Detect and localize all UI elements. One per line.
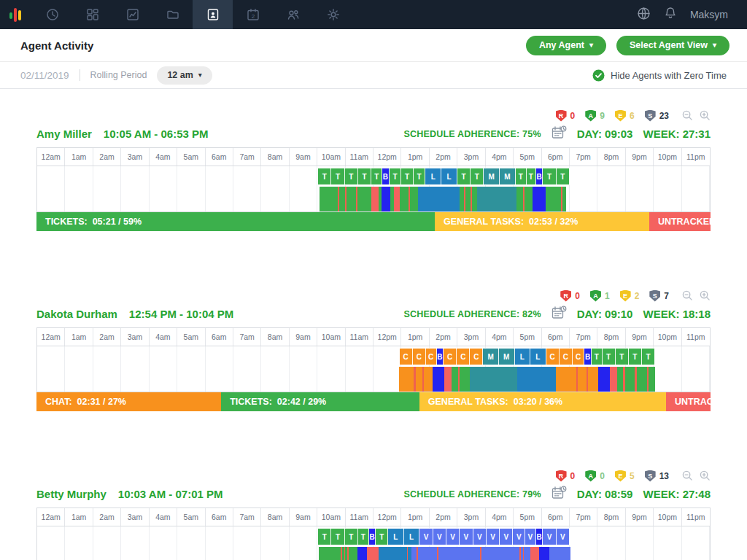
activity-segment[interactable] [539, 547, 549, 560]
notifications-bell-icon[interactable] [664, 7, 677, 23]
schedule-block[interactable]: L [388, 529, 404, 545]
activity-segment[interactable] [399, 367, 414, 392]
hide-zero-toggle[interactable]: Hide Agents with Zero Time [592, 69, 727, 82]
zoom-out-icon[interactable] [682, 290, 693, 301]
activity-segment[interactable] [357, 547, 367, 560]
schedule-block[interactable]: M [499, 349, 515, 365]
activity-segment[interactable] [339, 187, 345, 211]
schedule-block[interactable]: L [404, 529, 420, 545]
zoom-out-icon[interactable] [682, 110, 693, 121]
schedule-block[interactable]: C [426, 349, 437, 365]
activity-segment[interactable] [465, 187, 471, 211]
schedule-block[interactable]: C [444, 349, 457, 365]
schedule-block[interactable]: T [616, 349, 629, 365]
activity-segment[interactable] [438, 547, 481, 560]
activity-segment[interactable] [424, 367, 433, 392]
schedule-block[interactable]: B [584, 349, 592, 365]
schedule-block[interactable]: T [516, 168, 527, 184]
language-globe-icon[interactable] [637, 7, 651, 23]
activity-segment[interactable] [649, 367, 655, 392]
activity-segment[interactable] [379, 547, 406, 560]
schedule-block[interactable]: T [376, 529, 388, 545]
activity-segment[interactable] [524, 547, 530, 560]
any-agent-button[interactable]: Any Agent ▾ [526, 36, 606, 55]
schedule-block[interactable]: L [441, 168, 457, 184]
schedule-block[interactable]: T [345, 168, 358, 184]
activity-segment[interactable] [433, 367, 444, 392]
schedule-block[interactable]: C [457, 349, 470, 365]
calendar-clock-icon[interactable] [551, 486, 567, 503]
activity-segment[interactable] [367, 547, 379, 560]
schedule-block[interactable]: T [642, 349, 654, 365]
schedule-block[interactable]: T [358, 529, 369, 545]
activity-segment[interactable] [444, 367, 452, 392]
zoom-in-icon[interactable] [700, 110, 711, 121]
schedule-block[interactable]: L [530, 349, 546, 365]
activity-segment[interactable] [418, 187, 459, 211]
schedule-block[interactable]: T [390, 168, 402, 184]
nav-scorecard-icon[interactable] [112, 0, 152, 29]
schedule-block[interactable]: T [345, 529, 358, 545]
activity-segment[interactable] [530, 547, 539, 560]
schedule-block[interactable]: V [473, 529, 487, 545]
nav-settings-gear-icon[interactable] [313, 0, 353, 29]
schedule-block[interactable]: V [513, 529, 525, 545]
activity-segment[interactable] [472, 187, 478, 211]
activity-segment[interactable] [470, 367, 518, 392]
schedule-block[interactable]: B [536, 529, 543, 545]
activity-segment[interactable] [525, 187, 533, 211]
schedule-block[interactable]: T [629, 349, 642, 365]
nav-time-clock-icon[interactable] [32, 0, 72, 29]
activity-segment[interactable] [578, 367, 587, 392]
schedule-block[interactable]: M [484, 168, 500, 184]
activity-segment[interactable] [357, 187, 371, 211]
schedule-block[interactable]: V [460, 529, 473, 545]
zoom-out-icon[interactable] [682, 470, 693, 481]
activity-segment[interactable] [400, 187, 409, 211]
select-agent-view-button[interactable]: Select Agent View ▾ [616, 36, 729, 55]
schedule-block[interactable]: T [557, 168, 569, 184]
agent-name[interactable]: Amy Miller [36, 128, 92, 140]
schedule-block[interactable]: T [414, 168, 426, 184]
schedule-block[interactable]: L [425, 168, 441, 184]
schedule-block[interactable]: V [543, 529, 556, 545]
activity-segment[interactable] [382, 187, 390, 211]
activity-segment[interactable] [625, 367, 635, 392]
schedule-block[interactable]: B [382, 168, 390, 184]
activity-segment[interactable] [416, 367, 422, 392]
nav-files-icon[interactable] [152, 0, 193, 29]
activity-segment[interactable] [349, 547, 357, 560]
app-logo-icon[interactable] [0, 0, 32, 29]
schedule-block[interactable]: T [371, 168, 382, 184]
schedule-block[interactable]: T [471, 168, 484, 184]
schedule-block[interactable]: M [500, 168, 516, 184]
activity-segment[interactable] [452, 367, 458, 392]
schedule-block[interactable]: L [515, 349, 531, 365]
activity-segment[interactable] [460, 367, 470, 392]
activity-segment[interactable] [347, 187, 356, 211]
schedule-block[interactable]: C [400, 349, 413, 365]
activity-segment[interactable] [556, 367, 576, 392]
activity-segment[interactable] [617, 367, 623, 392]
schedule-block[interactable]: V [419, 529, 433, 545]
schedule-block[interactable]: T [358, 168, 371, 184]
calendar-clock-icon[interactable] [551, 306, 567, 323]
schedule-block[interactable]: T [543, 168, 556, 184]
activity-segment[interactable] [610, 367, 617, 392]
activity-segment[interactable] [319, 547, 341, 560]
date-input[interactable]: 02/11/2019 [20, 70, 69, 81]
activity-segment[interactable] [411, 547, 417, 560]
schedule-block[interactable]: V [525, 529, 536, 545]
activity-segment[interactable] [546, 187, 561, 211]
activity-segment[interactable] [516, 187, 523, 211]
activity-segment[interactable] [320, 187, 337, 211]
schedule-block[interactable]: V [446, 529, 460, 545]
activity-segment[interactable] [371, 187, 379, 211]
activity-segment[interactable] [637, 367, 647, 392]
schedule-block[interactable]: B [369, 529, 376, 545]
schedule-block[interactable]: T [527, 168, 536, 184]
schedule-block[interactable]: V [433, 529, 446, 545]
calendar-clock-icon[interactable] [551, 125, 567, 143]
activity-segment[interactable] [588, 367, 598, 392]
schedule-block[interactable]: M [483, 349, 499, 365]
